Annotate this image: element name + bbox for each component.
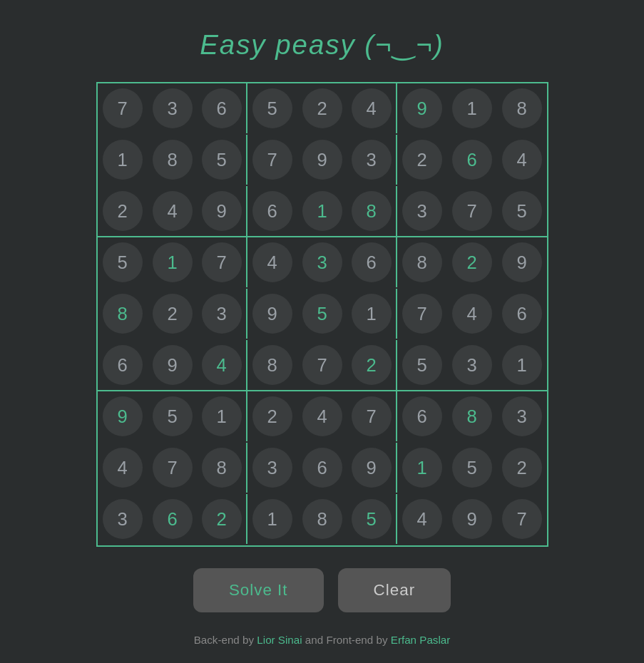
cell-value-8-4[interactable]: 8 [302, 499, 342, 539]
cell-value-2-1[interactable]: 4 [153, 191, 193, 231]
cell-5-8: 1 [497, 340, 547, 390]
cell-value-1-8[interactable]: 4 [502, 140, 542, 180]
cell-value-7-6[interactable]: 1 [402, 448, 442, 488]
cell-value-5-1[interactable]: 9 [153, 345, 193, 385]
cell-value-8-0[interactable]: 3 [103, 499, 143, 539]
cell-value-1-0[interactable]: 1 [103, 140, 143, 180]
cell-value-0-6[interactable]: 9 [402, 88, 442, 128]
cell-value-6-2[interactable]: 1 [202, 396, 242, 436]
cell-value-8-2[interactable]: 2 [202, 499, 242, 539]
cell-7-5: 9 [347, 443, 397, 493]
cell-value-1-6[interactable]: 2 [402, 140, 442, 180]
cell-value-3-8[interactable]: 9 [502, 242, 542, 282]
cell-value-1-4[interactable]: 9 [302, 140, 342, 180]
cell-5-1: 9 [148, 340, 198, 390]
cell-value-4-6[interactable]: 7 [402, 294, 442, 334]
cell-value-6-0[interactable]: 9 [103, 396, 143, 436]
cell-value-4-4[interactable]: 5 [302, 294, 342, 334]
cell-value-2-6[interactable]: 3 [402, 191, 442, 231]
cell-value-1-1[interactable]: 8 [153, 140, 193, 180]
cell-value-2-2[interactable]: 9 [202, 191, 242, 231]
cell-value-6-6[interactable]: 6 [402, 396, 442, 436]
cell-2-1: 4 [148, 186, 198, 236]
cell-value-8-5[interactable]: 5 [352, 499, 392, 539]
cell-value-5-6[interactable]: 5 [402, 345, 442, 385]
cell-value-3-6[interactable]: 8 [402, 242, 442, 282]
cell-value-3-2[interactable]: 7 [202, 242, 242, 282]
cell-value-7-4[interactable]: 6 [302, 448, 342, 488]
cell-value-3-3[interactable]: 4 [252, 242, 292, 282]
cell-value-7-0[interactable]: 4 [103, 448, 143, 488]
cell-value-6-1[interactable]: 5 [153, 396, 193, 436]
cell-value-5-5[interactable]: 2 [352, 345, 392, 385]
backend-author: Lior Sinai [257, 634, 302, 646]
cell-8-4: 8 [297, 494, 347, 544]
cell-value-2-0[interactable]: 2 [103, 191, 143, 231]
cell-value-1-3[interactable]: 7 [252, 140, 292, 180]
cell-value-8-6[interactable]: 4 [402, 499, 442, 539]
cell-value-2-3[interactable]: 6 [252, 191, 292, 231]
cell-value-4-7[interactable]: 4 [452, 294, 492, 334]
cell-value-7-5[interactable]: 9 [352, 448, 392, 488]
cell-value-1-5[interactable]: 3 [352, 140, 392, 180]
cell-value-7-7[interactable]: 5 [452, 448, 492, 488]
cell-value-6-5[interactable]: 7 [352, 396, 392, 436]
cell-value-0-1[interactable]: 3 [153, 88, 193, 128]
cell-value-3-4[interactable]: 3 [302, 242, 342, 282]
cell-value-7-8[interactable]: 2 [502, 448, 542, 488]
cell-value-4-2[interactable]: 3 [202, 294, 242, 334]
cell-value-0-4[interactable]: 2 [302, 88, 342, 128]
solve-button[interactable]: Solve It [193, 568, 324, 612]
cell-0-2: 6 [198, 83, 247, 133]
sudoku-grid: 7365249181857932642496183755174368298239… [96, 82, 548, 547]
cell-value-0-8[interactable]: 8 [502, 88, 542, 128]
cell-value-4-1[interactable]: 2 [153, 294, 193, 334]
cell-value-0-3[interactable]: 5 [252, 88, 292, 128]
cell-value-0-7[interactable]: 1 [452, 88, 492, 128]
cell-1-8: 4 [497, 135, 547, 185]
cell-value-6-8[interactable]: 3 [502, 396, 542, 436]
cell-2-8: 5 [497, 186, 547, 236]
cell-value-0-5[interactable]: 4 [352, 88, 392, 128]
cell-value-8-8[interactable]: 7 [502, 499, 542, 539]
cell-1-6: 2 [397, 135, 447, 185]
cell-value-8-7[interactable]: 9 [452, 499, 492, 539]
cell-value-4-3[interactable]: 9 [252, 294, 292, 334]
cell-value-0-2[interactable]: 6 [202, 88, 242, 128]
cell-value-5-7[interactable]: 3 [452, 345, 492, 385]
cell-value-1-2[interactable]: 5 [202, 140, 242, 180]
cell-value-2-7[interactable]: 7 [452, 191, 492, 231]
cell-value-4-8[interactable]: 6 [502, 294, 542, 334]
cell-value-5-2[interactable]: 4 [202, 345, 242, 385]
cell-value-7-1[interactable]: 7 [153, 448, 193, 488]
clear-button[interactable]: Clear [338, 568, 451, 612]
cell-value-4-0[interactable]: 8 [103, 294, 143, 334]
cell-4-7: 4 [447, 289, 497, 339]
cell-value-2-5[interactable]: 8 [352, 191, 392, 231]
cell-value-6-4[interactable]: 4 [302, 396, 342, 436]
cell-value-5-0[interactable]: 6 [103, 345, 143, 385]
cell-value-3-1[interactable]: 1 [153, 242, 193, 282]
cell-6-6: 6 [397, 391, 447, 441]
cell-value-6-7[interactable]: 8 [452, 396, 492, 436]
cell-value-1-7[interactable]: 6 [452, 140, 492, 180]
cell-value-5-8[interactable]: 1 [502, 345, 542, 385]
cell-value-7-2[interactable]: 8 [202, 448, 242, 488]
page-title: Easy peasy (¬‿¬) [200, 29, 444, 61]
cell-value-0-0[interactable]: 7 [103, 88, 143, 128]
cell-value-8-3[interactable]: 1 [252, 499, 292, 539]
frontend-author: Erfan Paslar [391, 634, 451, 646]
cell-value-4-5[interactable]: 1 [352, 294, 392, 334]
cell-value-3-5[interactable]: 6 [352, 242, 392, 282]
cell-value-2-8[interactable]: 5 [502, 191, 542, 231]
cell-value-8-1[interactable]: 6 [153, 499, 193, 539]
cell-value-3-7[interactable]: 2 [452, 242, 492, 282]
cell-value-5-4[interactable]: 7 [302, 345, 342, 385]
cell-value-6-3[interactable]: 2 [252, 396, 292, 436]
row-0: 736524918 [98, 83, 547, 135]
cell-value-3-0[interactable]: 5 [103, 242, 143, 282]
row-3: 517436829 [98, 237, 547, 289]
cell-value-2-4[interactable]: 1 [302, 191, 342, 231]
cell-value-5-3[interactable]: 8 [252, 345, 292, 385]
cell-value-7-3[interactable]: 3 [252, 448, 292, 488]
